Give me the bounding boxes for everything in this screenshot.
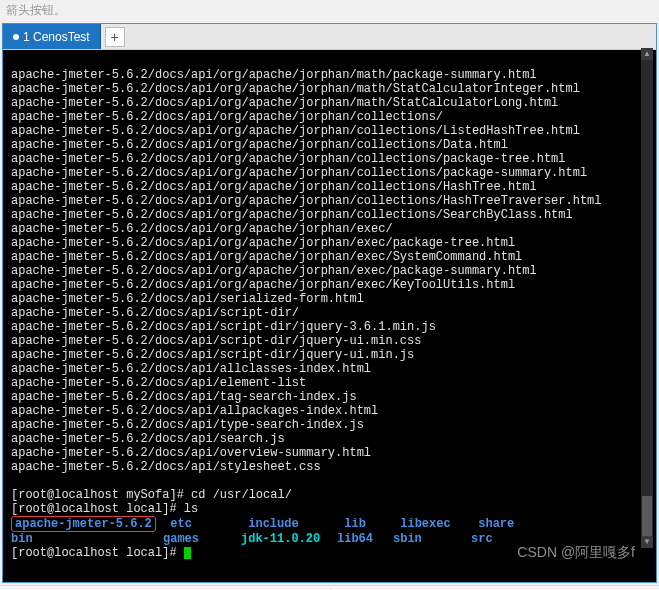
terminal-window: 1 CenosTest + apache-jmeter-5.6.2/docs/a… — [2, 23, 657, 583]
cursor-icon — [184, 547, 191, 559]
prompt-2-cmd: ls — [184, 502, 198, 516]
prompt-1-cmd: cd /usr/local/ — [191, 488, 292, 502]
prompt-2-user: [root@localhost local]# — [11, 502, 177, 516]
ls-etc: etc — [170, 517, 248, 531]
tab-indicator-icon — [13, 34, 19, 40]
ls-sbin: sbin — [393, 532, 471, 546]
ls-src: src — [471, 532, 493, 546]
tab-cenostest[interactable]: 1 CenosTest — [3, 24, 101, 49]
scrollbar-thumb[interactable] — [642, 496, 652, 536]
ls-apache-jmeter: apache-jmeter-5.6.2 — [15, 517, 152, 531]
tab-label: 1 CenosTest — [23, 30, 90, 44]
ls-lib64: lib64 — [337, 532, 393, 546]
ls-bin: bin — [11, 532, 163, 546]
prompt-3-user: [root@localhost local]# — [11, 546, 177, 560]
scroll-up-icon[interactable]: ▲ — [641, 48, 653, 60]
ls-include: include — [248, 517, 344, 531]
terminal-lines: apache-jmeter-5.6.2/docs/api/org/apache/… — [11, 68, 648, 474]
status-bar: 🔒 SSH2 xterm ⟷ 89x34 ⠿ 34,25 1 会话 CAP NU… — [0, 585, 659, 590]
highlighted-dir: apache-jmeter-5.6.2 — [11, 516, 156, 532]
ls-libexec: libexec — [400, 517, 478, 531]
terminal-scrollbar[interactable]: ▲ ▼ — [641, 48, 653, 548]
ls-games: games — [163, 532, 241, 546]
ls-share: share — [478, 517, 514, 531]
tab-bar: 1 CenosTest + — [3, 24, 656, 50]
add-tab-button[interactable]: + — [105, 27, 125, 47]
terminal-output[interactable]: apache-jmeter-5.6.2/docs/api/org/apache/… — [3, 50, 656, 582]
top-hint-text: 箭头按钮。 — [0, 0, 659, 21]
scroll-down-icon[interactable]: ▼ — [641, 536, 653, 548]
prompt-1-user: [root@localhost mySofa]# — [11, 488, 184, 502]
ls-lib: lib — [344, 517, 400, 531]
ls-jdk: jdk-11.0.20 — [241, 532, 337, 546]
